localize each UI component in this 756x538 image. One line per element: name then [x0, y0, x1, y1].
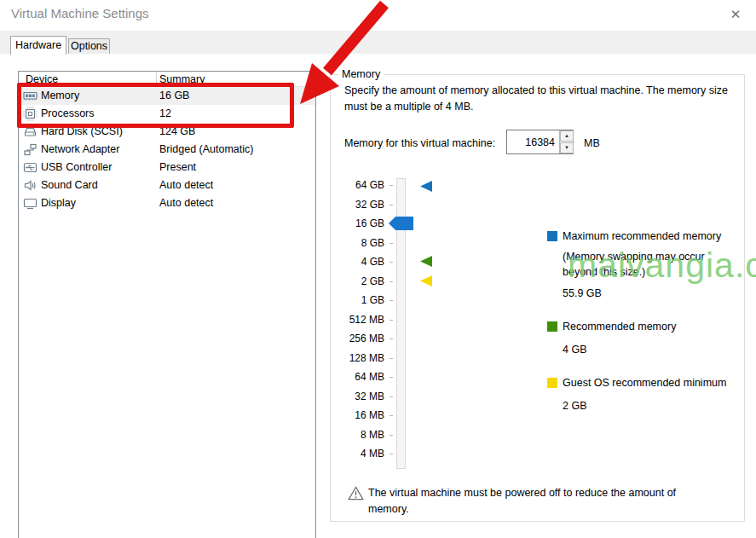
device-row-sound-card[interactable]: Sound Card Auto detect [19, 176, 315, 194]
scale-label: 512 MB [331, 310, 384, 330]
scale-label: 16 MB [331, 406, 384, 425]
scale-label: 256 MB [331, 329, 384, 349]
device-summary: Auto detect [159, 194, 213, 212]
scale-label: 128 MB [331, 349, 384, 368]
legend-label-guest-min: Guest OS recommended minimum [563, 377, 726, 389]
device-row-display[interactable]: Display Auto detect [19, 194, 315, 212]
warning-text: The virtual machine must be powered off … [368, 485, 719, 518]
spin-up-icon[interactable]: ▲ [560, 130, 574, 142]
legend-note-max: (Memory swapping may occur beyond this s… [563, 249, 709, 280]
spin-down-icon[interactable]: ▼ [560, 142, 574, 153]
device-name: Network Adapter [41, 141, 119, 159]
memory-unit-label: MB [584, 137, 600, 149]
memory-field-label: Memory for this virtual machine: [344, 137, 495, 149]
network-adapter-icon [23, 142, 38, 157]
memory-value-input[interactable] [507, 130, 559, 153]
legend-label-recommended: Recommended memory [563, 321, 676, 333]
legend-value-recommended: 4 GB [563, 344, 587, 356]
speaker-icon [23, 178, 38, 193]
annotation-highlight-box [17, 83, 294, 128]
device-row-usb-controller[interactable]: USB Controller Present [19, 159, 315, 176]
title-bar: Virtual Machine Settings ✕ [0, 0, 756, 31]
tab-options[interactable]: Options [68, 38, 110, 54]
tab-hardware[interactable]: Hardware [10, 36, 66, 55]
scale-label: 32 GB [331, 195, 384, 215]
virtual-machine-settings-dialog: Virtual Machine Settings ✕ Hardware Opti… [0, 0, 756, 538]
scale-label: 4 GB [331, 252, 384, 272]
device-summary: Present [159, 159, 196, 176]
warning-icon [348, 486, 364, 500]
legend-value-guest-min: 2 GB [563, 400, 587, 412]
device-name: Display [41, 194, 76, 212]
usb-icon [23, 160, 38, 175]
max-recommended-marker-icon [420, 181, 432, 192]
scale-label: 64 GB [331, 176, 384, 195]
scale-label: 64 MB [331, 367, 384, 387]
spinner-buttons: ▲ ▼ [559, 130, 573, 153]
scale-label: 4 MB [331, 444, 384, 464]
legend-swatch-max [547, 231, 557, 241]
memory-spinbox: ▲ ▼ [506, 130, 574, 154]
memory-scale: 64 GB 32 GB 16 GB 8 GB 4 GB 2 GB 1 GB 51… [331, 176, 384, 464]
device-list: Device Summary Memory 16 GB Processors 1… [18, 71, 316, 538]
legend-label-max: Maximum recommended memory [563, 230, 721, 242]
tab-strip: Hardware Options [0, 31, 756, 54]
device-summary: Bridged (Automatic) [159, 141, 253, 159]
device-row-network-adapter[interactable]: Network Adapter Bridged (Automatic) [19, 141, 315, 159]
device-name: USB Controller [41, 159, 112, 176]
legend-value-max: 55.9 GB [563, 287, 602, 299]
close-icon[interactable]: ✕ [725, 4, 746, 25]
memory-group: Memory Specify the amount of memory allo… [330, 74, 745, 522]
monitor-icon [23, 196, 38, 211]
device-name: Sound Card [41, 176, 98, 194]
legend-swatch-recommended [547, 321, 557, 332]
scale-label: 8 MB [331, 425, 384, 445]
memory-slider-handle[interactable] [389, 217, 413, 230]
recommended-marker-icon [420, 256, 432, 267]
scale-label: 32 MB [331, 387, 384, 407]
scale-label: 2 GB [331, 272, 384, 292]
dialog-title: Virtual Machine Settings [11, 6, 148, 20]
memory-description: Specify the amount of memory allocated t… [344, 83, 738, 115]
guest-minimum-marker-icon [420, 275, 432, 286]
device-summary: Auto detect [159, 176, 213, 194]
scale-label: 16 GB [331, 214, 384, 234]
legend-swatch-guest-min [547, 378, 557, 388]
scale-label: 8 GB [331, 234, 384, 253]
memory-group-label: Memory [338, 68, 384, 80]
scale-label: 1 GB [331, 291, 384, 310]
